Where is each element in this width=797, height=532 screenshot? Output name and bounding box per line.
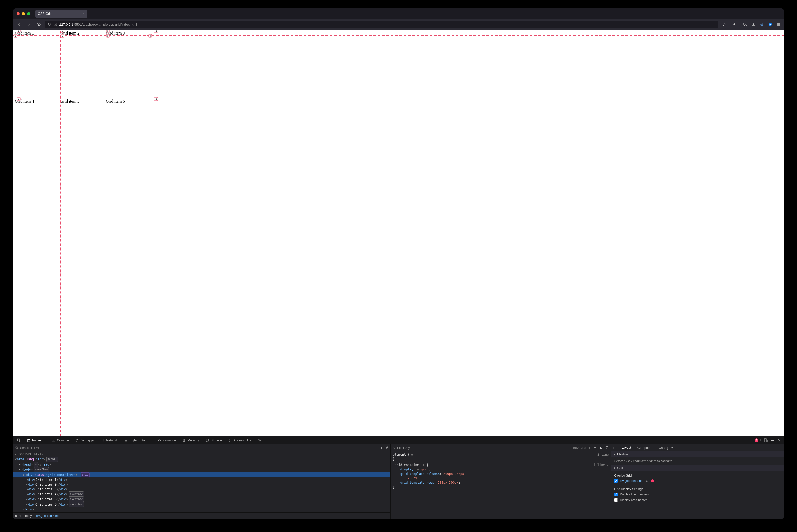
pocket-icon[interactable] xyxy=(742,22,748,26)
svg-rect-20 xyxy=(613,446,616,449)
devtools-menu-icon[interactable] xyxy=(771,438,775,442)
svg-rect-13 xyxy=(766,440,767,442)
overlay-grid-checkbox[interactable] xyxy=(614,479,618,483)
browser-tab-bar: CSS Grid × + xyxy=(13,8,784,19)
devtools-panel: Inspector Console Debugger Network Style… xyxy=(13,436,784,519)
devtools-tab-network[interactable]: Network xyxy=(98,436,120,444)
grid-line-number: -2 xyxy=(154,97,158,101)
devtools-tab-style-editor[interactable]: Style Editor xyxy=(121,436,149,444)
grid-display-settings-header: Grid Display Settings xyxy=(614,486,781,492)
close-devtools-icon[interactable] xyxy=(777,438,781,442)
dark-mode-icon[interactable] xyxy=(599,446,603,450)
menu-icon[interactable] xyxy=(776,22,781,26)
responsive-mode-icon[interactable] xyxy=(764,438,768,442)
close-tab-icon[interactable]: × xyxy=(82,12,85,16)
layout-tab-changes[interactable]: Chang xyxy=(656,444,671,451)
svg-rect-7 xyxy=(52,439,55,442)
close-window-button[interactable] xyxy=(17,12,20,15)
layout-tab-layout[interactable]: Layout xyxy=(618,444,634,451)
search-html-input[interactable]: Search HTML xyxy=(15,446,378,450)
account-icon[interactable] xyxy=(767,22,773,26)
devtools-tab-console[interactable]: Console xyxy=(49,436,72,444)
new-rule-icon[interactable]: + xyxy=(588,445,591,450)
flexbox-empty-message: Select a Flex container or item to conti… xyxy=(611,457,784,465)
toggle-sidebar-icon[interactable] xyxy=(611,446,618,450)
color-swatch[interactable] xyxy=(651,479,654,482)
bookmark-star-icon[interactable] xyxy=(721,21,728,28)
devtools-tab-storage[interactable]: Storage xyxy=(203,436,225,444)
grid-item: Grid item 3 xyxy=(106,31,151,99)
overlay-grid-checkbox-row[interactable]: div.grid-container xyxy=(614,478,781,484)
new-tab-button[interactable]: + xyxy=(89,11,95,17)
selected-node[interactable]: ▾<div class="grid-container"> grid xyxy=(13,472,391,477)
reload-button[interactable] xyxy=(35,21,43,28)
info-icon xyxy=(54,23,57,26)
extension-icon[interactable] xyxy=(759,22,765,26)
window-controls xyxy=(17,12,30,15)
html-panel: Search HTML + <!DOCTYPE html> <html lang… xyxy=(13,444,391,519)
display-area-names-row[interactable]: Display area names xyxy=(614,497,781,503)
svg-point-22 xyxy=(647,480,647,481)
display-line-numbers-checkbox[interactable] xyxy=(614,493,618,496)
devtools-tabs-overflow-icon[interactable] xyxy=(255,436,264,444)
print-mode-icon[interactable] xyxy=(605,446,609,450)
styles-panel: Filter Styles :hov .cls + element { ⊞inl… xyxy=(391,444,611,519)
forward-button[interactable] xyxy=(25,21,33,28)
target-icon[interactable] xyxy=(646,479,649,482)
svg-point-14 xyxy=(771,440,772,440)
url-text: 127.0.0.1:5501/teacher/example-css-grid/… xyxy=(59,23,137,26)
grid-item: Grid item 5 xyxy=(60,99,106,167)
devtools-tab-performance[interactable]: Performance xyxy=(150,436,179,444)
minimize-window-button[interactable] xyxy=(22,12,25,15)
hov-button[interactable]: :hov xyxy=(572,446,578,450)
devtools-tab-bar: Inspector Console Debugger Network Style… xyxy=(13,436,784,444)
svg-point-15 xyxy=(772,440,773,440)
back-button[interactable] xyxy=(16,21,23,28)
display-area-names-checkbox[interactable] xyxy=(614,498,618,502)
filter-styles-input[interactable]: Filter Styles xyxy=(393,446,570,450)
add-node-icon[interactable]: + xyxy=(380,445,382,450)
browser-tab[interactable]: CSS Grid × xyxy=(35,10,87,18)
svg-point-11 xyxy=(230,439,230,440)
breadcrumb[interactable]: html› body› div.grid-container xyxy=(13,512,391,519)
cls-button[interactable]: .cls xyxy=(581,446,586,450)
devtools-tab-accessibility[interactable]: Accessibility xyxy=(226,436,253,444)
svg-rect-12 xyxy=(764,439,766,442)
svg-rect-9 xyxy=(183,439,185,441)
url-field[interactable]: 127.0.0.1:5501/teacher/example-css-grid/… xyxy=(45,20,718,28)
light-mode-icon[interactable] xyxy=(593,446,597,450)
extensions-icon[interactable] xyxy=(730,21,738,28)
svg-rect-0 xyxy=(54,23,57,26)
pick-element-button[interactable] xyxy=(15,436,23,444)
grid-item: Grid item 1 xyxy=(15,31,60,99)
eyedropper-icon[interactable] xyxy=(385,446,388,450)
grid-container: Grid item 1 Grid item 2 Grid item 3 Grid… xyxy=(15,31,151,167)
flexbox-section-header[interactable]: ▼Flexbox xyxy=(611,452,784,457)
chevron-down-icon[interactable]: ▾ xyxy=(671,446,674,450)
svg-point-10 xyxy=(206,439,208,440)
grid-line-number: -3 xyxy=(154,30,158,33)
shield-icon xyxy=(48,23,52,26)
devtools-tab-inspector[interactable]: Inspector xyxy=(24,436,48,444)
grid-item: Grid item 6 xyxy=(106,99,151,167)
grid-item: Grid item 2 xyxy=(60,31,106,99)
display-line-numbers-row[interactable]: Display line numbers xyxy=(614,492,781,497)
grid-item: Grid item 4 xyxy=(15,99,60,167)
page-viewport: Grid item 1 Grid item 2 Grid item 3 Grid… xyxy=(13,30,784,436)
overlay-grid-header: Overlay Grid xyxy=(614,473,781,478)
address-bar: 127.0.0.1:5501/teacher/example-css-grid/… xyxy=(13,19,784,30)
html-tree[interactable]: <!DOCTYPE html> <html lang="en">scroll ▸… xyxy=(13,452,391,512)
devtools-tab-memory[interactable]: Memory xyxy=(180,436,202,444)
layout-panel: Layout Computed Chang ▾ ▼Flexbox Select … xyxy=(611,444,784,519)
svg-point-17 xyxy=(16,446,17,448)
layout-tab-computed[interactable]: Computed xyxy=(634,444,656,451)
tab-title: CSS Grid xyxy=(38,12,52,16)
svg-point-18 xyxy=(594,447,596,448)
downloads-icon[interactable] xyxy=(751,22,757,26)
devtools-tab-debugger[interactable]: Debugger xyxy=(73,436,97,444)
error-count-badge[interactable]: !1 xyxy=(755,438,761,442)
grid-section-header[interactable]: ▼Grid xyxy=(611,465,784,471)
svg-rect-6 xyxy=(27,439,31,439)
maximize-window-button[interactable] xyxy=(27,12,30,15)
svg-point-16 xyxy=(773,440,774,440)
